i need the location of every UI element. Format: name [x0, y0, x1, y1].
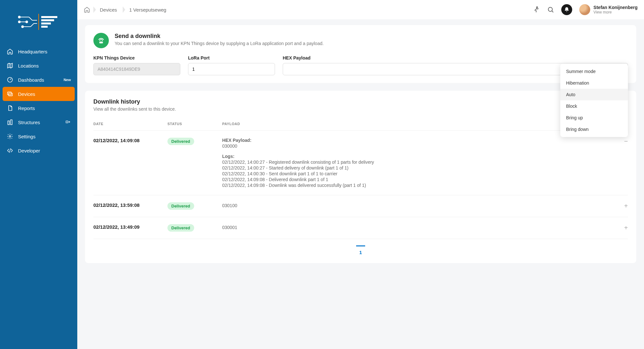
preset-option[interactable]: Bring down: [560, 124, 628, 135]
row-date: 02/12/2022, 14:09:08: [93, 138, 167, 143]
status-badge: Delivered: [167, 138, 194, 145]
hex-label: HEX Payload:: [222, 138, 615, 143]
logs-label: Logs:: [222, 154, 615, 159]
map-icon: [6, 62, 14, 69]
history-subtitle: View all the downlinks sent to this devi…: [93, 106, 628, 112]
svg-point-25: [9, 136, 11, 137]
sidebar-item-developer[interactable]: Developer: [0, 143, 77, 158]
chevron-right-icon: [90, 6, 97, 13]
sidebar-item-label: Devices: [18, 91, 35, 97]
svg-point-1: [18, 16, 20, 18]
row-toggle[interactable]: −: [615, 138, 628, 145]
search-icon[interactable]: [547, 6, 554, 13]
row-date: 02/12/2022, 13:59:08: [93, 202, 167, 208]
devices-icon: [6, 90, 14, 97]
buildings-icon: [6, 119, 14, 126]
svg-line-3: [29, 17, 32, 20]
topbar: Devices 1 Verseputseweg Stefan Konijnenb…: [77, 0, 644, 19]
svg-rect-15: [41, 26, 48, 28]
th-payload: PAYLOAD: [222, 122, 615, 126]
chevron-right-icon: [119, 6, 127, 13]
th-status: STATUS: [167, 122, 222, 126]
svg-rect-14: [41, 23, 51, 24]
send-downlink-card: Send a downlink You can send a downlink …: [85, 25, 636, 83]
row-toggle[interactable]: +: [615, 202, 628, 210]
sidebar-item-settings[interactable]: Settings: [0, 129, 77, 143]
gauge-icon: [6, 76, 14, 83]
svg-rect-22: [11, 120, 12, 125]
svg-line-10: [31, 23, 34, 27]
breadcrumb-device-name[interactable]: 1 Verseputseweg: [127, 7, 169, 13]
history-row: 02/12/2022, 13:59:08Delivered030100+: [93, 195, 628, 217]
sidebar-item-dashboards[interactable]: DashboardsNew: [0, 73, 77, 87]
sidebar-item-label: Headquarters: [18, 49, 47, 54]
avatar: [579, 4, 590, 15]
svg-line-29: [552, 11, 554, 13]
sidebar-item-locations[interactable]: Locations: [0, 59, 77, 73]
preset-option[interactable]: Block: [560, 100, 628, 112]
port-label: LoRa Port: [188, 55, 275, 60]
home-icon[interactable]: [84, 6, 90, 13]
send-subtitle: You can send a downlink to your KPN Thin…: [115, 41, 324, 46]
log-line: 02/12/2022, 14:00:30 - Sent downlink par…: [222, 171, 615, 176]
log-line: 02/12/2022, 14:09:08 - Downlink was deli…: [222, 183, 615, 188]
code-icon: [6, 147, 14, 154]
preset-option[interactable]: Bring up: [560, 112, 628, 124]
lora-port-input[interactable]: [188, 63, 275, 75]
app-logo: [0, 9, 77, 44]
svg-point-8: [22, 26, 24, 28]
payload-label: HEX Payload: [283, 55, 628, 60]
svg-point-5: [18, 21, 20, 23]
row-toggle[interactable]: +: [615, 224, 628, 232]
sidebar-item-headquarters[interactable]: Headquarters: [0, 44, 77, 59]
user-name: Stefan Konijnenberg: [593, 5, 638, 10]
status-badge: Delivered: [167, 224, 194, 232]
page-current[interactable]: 1: [356, 245, 365, 255]
sidebar-item-label: Structures: [18, 120, 40, 125]
collapse-icon: [65, 119, 71, 126]
downlink-history-card: Downlink history View all the downlinks …: [85, 91, 636, 263]
history-table-header: DATE STATUS PAYLOAD: [93, 117, 628, 131]
sidebar: HeadquartersLocationsDashboardsNewDevice…: [0, 0, 77, 284]
sidebar-item-label: Settings: [18, 134, 35, 139]
sidebar-item-reports[interactable]: Reports: [0, 101, 77, 115]
device-label: KPN Things Device: [93, 55, 180, 60]
breadcrumb: Devices 1 Verseputseweg: [84, 6, 169, 13]
downlink-icon: [93, 33, 109, 48]
send-title: Send a downlink: [115, 33, 324, 40]
user-menu[interactable]: Stefan Konijnenberg View more: [579, 4, 638, 15]
device-input: [93, 63, 180, 75]
svg-rect-30: [99, 41, 103, 43]
history-row: 02/12/2022, 14:09:08DeliveredHEX Payload…: [93, 131, 628, 195]
sidebar-item-label: Reports: [18, 106, 35, 111]
gear-icon: [6, 133, 14, 140]
svg-point-7: [26, 21, 28, 23]
svg-rect-21: [8, 121, 9, 125]
log-line: 02/12/2022, 14:00:27 - Started delivery …: [222, 165, 615, 170]
notifications-button[interactable]: [561, 4, 572, 15]
sidebar-item-label: Dashboards: [18, 77, 44, 83]
hex-payload-input[interactable]: [283, 63, 596, 75]
log-line: 02/12/2022, 14:09:08 - Delivered downlin…: [222, 177, 615, 182]
hex-value: 030100: [222, 203, 615, 208]
hex-value: 030001: [222, 225, 615, 230]
row-date: 02/12/2022, 13:49:09: [93, 224, 167, 230]
running-icon[interactable]: [533, 6, 540, 13]
th-date: DATE: [93, 122, 167, 126]
pagination: 1: [93, 239, 628, 263]
svg-point-28: [548, 7, 553, 12]
hex-value: 030000: [222, 143, 615, 149]
log-line: 02/12/2022, 14:00:27 - Registered downli…: [222, 160, 615, 165]
preset-option[interactable]: Auto: [560, 89, 628, 100]
breadcrumb-devices[interactable]: Devices: [97, 7, 119, 13]
svg-rect-23: [66, 121, 68, 123]
svg-rect-12: [41, 16, 57, 18]
preset-option[interactable]: Summer mode: [560, 66, 628, 77]
sidebar-item-label: Locations: [18, 63, 39, 69]
history-title: Downlink history: [93, 98, 628, 105]
presets-dropdown: Summer modeHibernationAutoBlockBring upB…: [560, 64, 628, 137]
svg-point-27: [536, 7, 538, 8]
preset-option[interactable]: Hibernation: [560, 77, 628, 89]
sidebar-item-devices[interactable]: Devices: [3, 87, 75, 101]
sidebar-item-structures[interactable]: Structures: [0, 115, 77, 129]
